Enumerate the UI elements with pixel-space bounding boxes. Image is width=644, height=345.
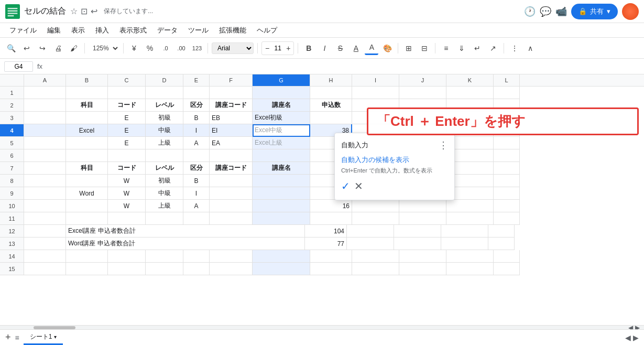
share-button[interactable]: 🔒 共有 ▾ (571, 4, 618, 19)
cell-g6[interactable] (253, 149, 310, 162)
cell-h13[interactable]: 77 (305, 238, 347, 250)
col-header-i[interactable]: I (352, 74, 399, 86)
cell-a11[interactable] (24, 212, 66, 225)
cell-d8[interactable]: 初級 (146, 175, 183, 187)
cell-k1[interactable] (446, 87, 494, 99)
col-header-a[interactable]: A (24, 74, 66, 86)
cell-h3[interactable] (310, 112, 352, 124)
cell-c9[interactable]: W (108, 187, 146, 200)
cell-b12-merged[interactable]: Excel講座 申込者数合計 (66, 225, 305, 238)
cell-e4[interactable]: I (183, 124, 210, 137)
cell-reference-input[interactable] (4, 61, 33, 72)
col-header-k[interactable]: K (446, 74, 494, 86)
cell-h15[interactable] (310, 263, 352, 275)
cell-e11[interactable] (183, 212, 210, 225)
cell-e3[interactable]: B (183, 112, 210, 124)
row-header-5[interactable]: 5 (0, 137, 24, 149)
cell-l12[interactable] (488, 225, 515, 238)
cell-a13[interactable] (24, 238, 66, 250)
cell-a9[interactable] (24, 187, 66, 200)
font-size-increase[interactable]: + (285, 44, 291, 52)
cell-c3[interactable]: E (108, 112, 146, 124)
cell-f9[interactable] (210, 187, 253, 200)
cell-b5[interactable] (66, 137, 108, 149)
cell-d15[interactable] (146, 263, 183, 275)
row-header-13[interactable]: 13 (0, 238, 24, 250)
cell-g5[interactable]: Excel上級 (253, 137, 310, 149)
cell-c4[interactable]: E (108, 124, 146, 137)
cell-j13[interactable] (394, 238, 441, 250)
cell-c10[interactable]: W (108, 200, 146, 212)
avatar[interactable] (622, 3, 639, 20)
cell-g3[interactable]: Excel初級 (253, 112, 310, 124)
row-header-7[interactable]: 7 (0, 162, 24, 175)
highlight-btn[interactable]: 🎨 (380, 41, 394, 55)
cell-j10[interactable] (399, 200, 446, 212)
cell-f15[interactable] (210, 263, 253, 275)
cell-d11[interactable] (146, 212, 183, 225)
cell-l13[interactable] (488, 238, 515, 250)
cell-b2[interactable]: 科目 (66, 99, 108, 112)
dec-less-btn[interactable]: .0 (159, 41, 172, 55)
col-header-e[interactable]: E (183, 74, 210, 86)
cell-b3[interactable] (66, 112, 108, 124)
col-header-j[interactable]: J (399, 74, 446, 86)
cell-d10[interactable]: 上級 (146, 200, 183, 212)
cell-i12[interactable] (347, 225, 394, 238)
cell-a4[interactable] (24, 124, 66, 137)
col-header-c[interactable]: C (108, 74, 146, 86)
font-select[interactable]: Arial (212, 42, 254, 54)
row-header-10[interactable]: 10 (0, 200, 24, 212)
redo-btn[interactable]: ↪ (36, 41, 49, 55)
cell-c6[interactable] (108, 149, 146, 162)
cell-g7[interactable]: 講座名 (253, 162, 310, 175)
cell-d5[interactable]: 上級 (146, 137, 183, 149)
cell-d6[interactable] (146, 149, 183, 162)
cell-l11[interactable] (494, 212, 520, 225)
cell-l1[interactable] (494, 87, 520, 99)
nav-right-icon[interactable]: ▶ (633, 333, 639, 342)
cell-f5[interactable]: EA (210, 137, 253, 149)
format123-btn[interactable]: 123 (190, 41, 204, 55)
col-header-g[interactable]: G (253, 74, 310, 86)
cell-b13-merged[interactable]: Word講座 申込者数合計 (66, 238, 305, 250)
cell-a15[interactable] (24, 263, 66, 275)
cell-j14[interactable] (399, 250, 446, 263)
cell-d3[interactable]: 初級 (146, 112, 183, 124)
print-btn[interactable]: 🖨 (51, 41, 65, 55)
cell-d2[interactable]: レベル (146, 99, 183, 112)
cell-j15[interactable] (399, 263, 446, 275)
cell-f4[interactable]: EI (210, 124, 253, 137)
history-icon[interactable]: ↩ (91, 6, 97, 16)
cell-l9[interactable] (494, 187, 520, 200)
sheet-tab-chevron-icon[interactable]: ▾ (54, 334, 57, 340)
cell-g4-active[interactable]: Excel中級 (253, 124, 310, 137)
cell-b8[interactable] (66, 175, 108, 187)
popup-more-btn[interactable]: ⋮ (439, 139, 448, 151)
cell-a10[interactable] (24, 200, 66, 212)
cell-b7[interactable]: 科目 (66, 162, 108, 175)
grid-wrapper[interactable]: 1 2 科目 コード レベル 区分 (0, 87, 644, 325)
row-header-12[interactable]: 12 (0, 225, 24, 238)
comment-btn[interactable]: 💬 (540, 6, 551, 17)
cell-f7[interactable]: 講座コード (210, 162, 253, 175)
cell-k15[interactable] (446, 263, 494, 275)
cell-k13[interactable] (441, 238, 488, 250)
col-header-f[interactable]: F (210, 74, 253, 86)
paint-format-btn[interactable]: 🖌 (67, 41, 81, 55)
row-header-14[interactable]: 14 (0, 250, 24, 263)
cell-e9[interactable]: I (183, 187, 210, 200)
cell-e6[interactable] (183, 149, 210, 162)
menu-edit[interactable]: 編集 (43, 25, 65, 36)
cell-i14[interactable] (352, 250, 399, 263)
folder-icon[interactable]: ⊡ (81, 6, 88, 16)
cell-l7[interactable] (494, 162, 520, 175)
cell-e15[interactable] (183, 263, 210, 275)
cell-a1[interactable] (24, 87, 66, 99)
cell-c5[interactable]: E (108, 137, 146, 149)
cell-c15[interactable] (108, 263, 146, 275)
cell-h10[interactable]: 16 (310, 200, 352, 212)
cell-l5[interactable] (494, 137, 520, 149)
row-header-11[interactable]: 11 (0, 212, 24, 225)
cell-a2[interactable] (24, 99, 66, 112)
